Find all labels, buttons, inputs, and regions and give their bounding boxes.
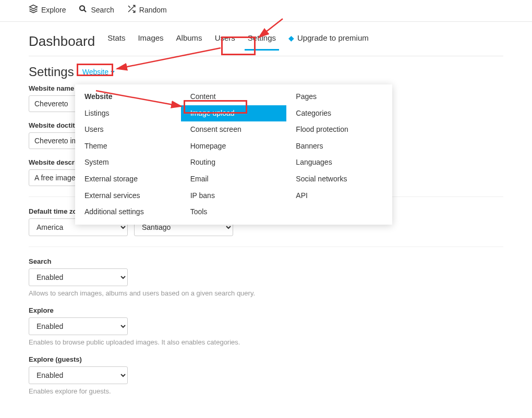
svg-line-5 xyxy=(128,6,130,8)
dd-item-content[interactable]: Content xyxy=(181,89,287,105)
dropdown-label: Website xyxy=(82,68,108,76)
tab-stats[interactable]: Stats xyxy=(107,33,125,50)
nav-explore[interactable]: Explore xyxy=(29,4,66,15)
dd-item-banners[interactable]: Banners xyxy=(286,138,392,155)
dd-item-external-services[interactable]: External services xyxy=(75,188,181,204)
dropdown-col-1: Website Listings Users Theme System Exte… xyxy=(75,89,181,220)
field-explore-guests: Explore (guests) Enabled Enables explore… xyxy=(29,355,503,395)
label-search: Search xyxy=(29,257,503,265)
dd-item-consent-screen[interactable]: Consent screen xyxy=(181,121,287,138)
diamond-icon: ◆ xyxy=(288,34,294,42)
dd-item-users[interactable]: Users xyxy=(75,121,181,138)
dropdown-col-2: Content Image upload Consent screen Home… xyxy=(181,89,287,220)
settings-title: Settings xyxy=(29,65,74,79)
dashboard-title: Dashboard xyxy=(29,33,95,50)
svg-point-1 xyxy=(80,6,84,10)
settings-heading-row: Settings Website xyxy=(29,56,503,84)
dropdown-col-3: Pages Categories Flood protection Banner… xyxy=(286,89,392,220)
dd-item-system[interactable]: System xyxy=(75,154,181,171)
tab-upgrade[interactable]: ◆ Upgrade to premium xyxy=(288,33,369,50)
hint-explore-guests: Enables explore for guests. xyxy=(29,387,503,395)
label-explore-guests: Explore (guests) xyxy=(29,355,503,363)
svg-line-2 xyxy=(84,10,86,12)
caret-down-icon xyxy=(111,71,115,73)
dd-item-routing[interactable]: Routing xyxy=(181,154,287,171)
settings-dropdown-panel: Website Listings Users Theme System Exte… xyxy=(75,84,392,225)
dd-item-languages[interactable]: Languages xyxy=(286,154,392,171)
dd-item-listings[interactable]: Listings xyxy=(75,105,181,122)
dd-item-additional-settings[interactable]: Additional settings xyxy=(75,204,181,220)
nav-random-label: Random xyxy=(139,6,167,14)
field-explore: Explore Enabled Enables to browse public… xyxy=(29,306,503,346)
tab-images[interactable]: Images xyxy=(138,33,163,50)
dashboard-header: Dashboard Stats Images Albums Users Sett… xyxy=(29,22,503,56)
search-icon xyxy=(78,4,88,15)
tab-upgrade-label: Upgrade to premium xyxy=(297,33,369,42)
shuffle-icon xyxy=(127,4,136,15)
select-explore[interactable]: Enabled xyxy=(29,317,128,335)
field-search: Search Enabled Allows to search images, … xyxy=(29,257,503,297)
dd-item-tools[interactable]: Tools xyxy=(181,204,287,220)
label-explore: Explore xyxy=(29,306,503,314)
top-nav: Explore Search Random xyxy=(0,0,532,22)
dd-item-ip-bans[interactable]: IP bans xyxy=(181,188,287,204)
svg-marker-0 xyxy=(30,5,38,9)
dashboard-tabs: Stats Images Albums Users Settings ◆ Upg… xyxy=(107,33,369,50)
hint-search: Allows to search images, albums and user… xyxy=(29,289,503,297)
dd-item-social-networks[interactable]: Social networks xyxy=(286,171,392,188)
nav-explore-label: Explore xyxy=(41,6,66,14)
select-search[interactable]: Enabled xyxy=(29,268,128,286)
hint-explore: Enables to browse public uploaded images… xyxy=(29,338,503,346)
dd-item-homepage[interactable]: Homepage xyxy=(181,138,287,155)
layers-icon xyxy=(29,4,38,15)
dd-item-api[interactable]: API xyxy=(286,188,392,204)
nav-random[interactable]: Random xyxy=(127,4,167,15)
dd-item-image-upload[interactable]: Image upload xyxy=(181,105,287,122)
dd-item-categories[interactable]: Categories xyxy=(286,105,392,122)
dd-item-website[interactable]: Website xyxy=(75,89,181,105)
tab-albums[interactable]: Albums xyxy=(176,33,202,50)
select-explore-guests[interactable]: Enabled xyxy=(29,366,128,384)
tab-settings[interactable]: Settings xyxy=(248,33,276,50)
dd-item-flood-protection[interactable]: Flood protection xyxy=(286,121,392,138)
nav-search-label: Search xyxy=(91,6,114,14)
tab-users[interactable]: Users xyxy=(215,33,235,50)
nav-search[interactable]: Search xyxy=(78,4,114,15)
settings-section-dropdown[interactable]: Website xyxy=(79,67,118,77)
dd-item-pages[interactable]: Pages xyxy=(286,89,392,105)
dd-item-email[interactable]: Email xyxy=(181,171,287,188)
dd-item-external-storage[interactable]: External storage xyxy=(75,171,181,188)
dd-item-theme[interactable]: Theme xyxy=(75,138,181,155)
separator xyxy=(29,247,503,247)
